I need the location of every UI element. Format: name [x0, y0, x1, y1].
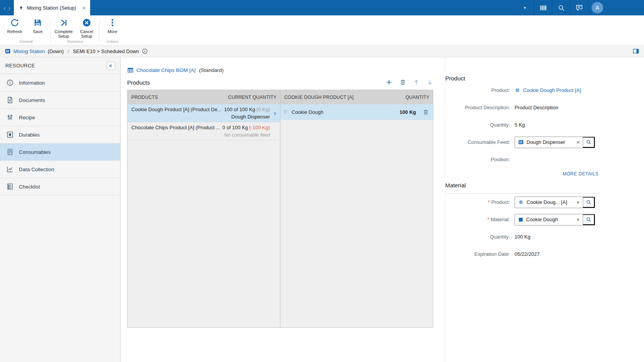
- col-product: COOKIE DOUGH PRODUCT [A]: [284, 95, 354, 100]
- search-picker-button[interactable]: [583, 137, 595, 148]
- consumable-feed-picker[interactable]: Dough Dispenser ×: [515, 137, 595, 148]
- more-button[interactable]: More: [101, 15, 124, 39]
- sidebar-item-label: Documents: [19, 97, 45, 103]
- clear-icon[interactable]: ×: [574, 139, 583, 145]
- breadcrumb-resource-link[interactable]: Mixing Station: [13, 48, 45, 54]
- add-button[interactable]: [385, 78, 393, 86]
- clear-icon[interactable]: ×: [574, 217, 583, 223]
- delete-button[interactable]: [399, 79, 406, 86]
- row-delete-button[interactable]: [423, 109, 429, 115]
- product-name: Cookie Dough Product [A] (Product De...: [131, 106, 224, 120]
- field-material-quantity: Quantity: 100 Kg: [445, 228, 599, 245]
- history-nav: ‹ ›: [0, 0, 14, 15]
- consumables-icon: [6, 148, 14, 156]
- sidebar-item-information[interactable]: Information: [0, 74, 120, 92]
- product-icon: [518, 199, 524, 205]
- field-material-product: *Product: Cookie Doug... [A] ×: [445, 194, 599, 211]
- products-section-title: Products: [127, 79, 150, 86]
- open-panel-icon[interactable]: [632, 48, 639, 55]
- ribbon-group-resource: Complete Setup Cancel Setup Resource: [52, 15, 98, 45]
- bom-link[interactable]: Chocolate Chips BOM [A]: [136, 67, 196, 73]
- messages-button[interactable]: [570, 0, 588, 15]
- user-menu[interactable]: A: [588, 0, 606, 15]
- cancel-setup-button[interactable]: Cancel Setup: [75, 15, 98, 39]
- quantity-delta: (-100 Kg): [249, 125, 270, 130]
- field-value: Product Description: [515, 105, 558, 110]
- nav-back-icon[interactable]: ‹: [3, 4, 6, 12]
- picker-value: Cookie Dough: [526, 217, 574, 222]
- product-name: Chocolate Chips Product [A] (Product ...: [131, 124, 222, 138]
- refresh-button[interactable]: Refresh: [3, 15, 26, 39]
- search-picker-button[interactable]: [583, 214, 595, 225]
- ribbon-group-actions: More Actions: [101, 15, 124, 45]
- table-row[interactable]: Chocolate Chips Product [A] (Product ...…: [127, 122, 280, 140]
- move-up-button[interactable]: [413, 79, 420, 86]
- topbar-actions: ▾ A: [516, 0, 644, 15]
- tab-mixing-station-setup[interactable]: Mixing Station (Setup) ×: [14, 0, 91, 15]
- complete-setup-button[interactable]: Complete Setup: [52, 15, 75, 39]
- sidebar-item-consumables[interactable]: Consumables: [0, 143, 120, 161]
- sidebar-item-label: Recipe: [19, 115, 35, 120]
- close-icon[interactable]: ×: [82, 5, 86, 11]
- field-label: Quantity:: [445, 122, 515, 128]
- picker-value: Dough Dispenser: [527, 139, 574, 145]
- move-down-button[interactable]: [426, 79, 433, 86]
- sidebar-item-data-collection[interactable]: Data Collection: [0, 161, 120, 178]
- products-table-header: PRODUCTS CURRENT QUANTITY: [127, 90, 280, 104]
- sidebar-title: RESOURCE: [5, 63, 35, 68]
- required-marker: *: [488, 199, 490, 205]
- tab-title: Mixing Station (Setup): [27, 5, 76, 11]
- field-label: Expiration Date:: [445, 251, 515, 257]
- picker-value: Cookie Doug... [A]: [527, 199, 574, 205]
- barcode-scan-button[interactable]: [534, 0, 552, 15]
- content: RESOURCE Information Documents Recipe: [0, 57, 644, 362]
- sidebar-item-recipe[interactable]: Recipe: [0, 109, 120, 126]
- material-product-picker[interactable]: Cookie Doug... [A] ×: [515, 197, 595, 208]
- field-position: Position:: [445, 151, 599, 168]
- search-picker-button[interactable]: [583, 197, 595, 208]
- field-quantity: Quantity: 5 Kg: [445, 116, 599, 133]
- sidebar-collapse-button[interactable]: [107, 62, 115, 70]
- save-button[interactable]: Save: [26, 15, 49, 39]
- consumable-feed: Dough Dispenser: [224, 113, 270, 120]
- drag-handle-icon[interactable]: [283, 109, 288, 115]
- info-icon[interactable]: [142, 48, 148, 54]
- field-label: Quantity:: [445, 234, 515, 240]
- documents-icon: [6, 96, 14, 104]
- nav-forward-icon[interactable]: ›: [8, 4, 10, 12]
- material-name: Cookie Dough: [292, 109, 396, 115]
- chat-icon: [575, 4, 583, 12]
- sidebar-item-label: Checklist: [19, 184, 40, 190]
- more-details-link[interactable]: MORE DETAILS: [563, 171, 599, 177]
- field-label: Consumable Feed:: [445, 139, 515, 145]
- field-consumable-feed: Consumable Feed: Dough Dispenser ×: [445, 133, 599, 151]
- consumable-feed: No consumable feed: [222, 131, 270, 138]
- field-label: *Material:: [445, 217, 515, 222]
- save-icon: [33, 18, 42, 27]
- main-panel: Chocolate Chips BOM [A] (Standard) Produ…: [121, 57, 445, 362]
- product-icon: [515, 87, 520, 93]
- col-products: PRODUCTS: [131, 95, 158, 100]
- global-search-button[interactable]: [552, 0, 570, 15]
- table-row[interactable]: Cookie Dough Product [A] (Product De... …: [127, 104, 280, 122]
- material-picker[interactable]: Cookie Dough ×: [515, 214, 595, 225]
- field-value: 5 Kg: [515, 122, 525, 128]
- resource-state-reason: SEMI E10 > Scheduled Down: [73, 48, 139, 54]
- field-product: Product: Cookie Dough Product [A]: [445, 82, 599, 99]
- sidebar-item-label: Data Collection: [19, 167, 54, 172]
- table-row[interactable]: Cookie Dough 100 Kg: [280, 104, 433, 120]
- sidebar-item-durables[interactable]: Durables: [0, 126, 120, 143]
- barcode-icon: [539, 4, 547, 12]
- bom-header: Chocolate Chips BOM [A] (Standard): [127, 67, 433, 73]
- chevron-right-icon[interactable]: ›: [270, 106, 280, 120]
- col-current-quantity: CURRENT QUANTITY: [228, 95, 277, 100]
- product-section-title: Product: [445, 75, 599, 82]
- clear-icon[interactable]: ×: [574, 199, 583, 205]
- sidebar-header: RESOURCE: [0, 57, 120, 74]
- sidebar-item-documents[interactable]: Documents: [0, 92, 120, 109]
- sidebar-item-checklist[interactable]: Checklist: [0, 178, 120, 195]
- table-empty-area: [280, 120, 433, 327]
- layout-dropdown[interactable]: ▾: [516, 0, 534, 15]
- recipe-sliders-icon: [6, 113, 14, 121]
- product-link[interactable]: Cookie Dough Product [A]: [515, 87, 581, 93]
